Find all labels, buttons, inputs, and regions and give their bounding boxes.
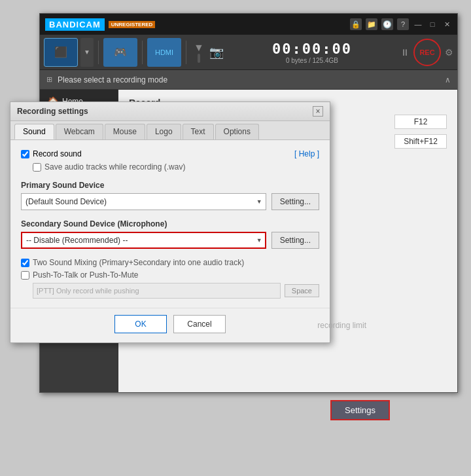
- primary-device-select-wrapper: (Default Sound Device) ▼: [21, 193, 266, 210]
- hotkey-shift: Shift+F12: [394, 134, 447, 149]
- screen-icon: ⬛: [54, 46, 67, 58]
- close-button[interactable]: ✕: [442, 19, 452, 29]
- timer-area: 00:00:00 0 bytes / 125.4GB: [226, 41, 398, 64]
- secondary-device-row: -- Disable (Recommended) -- ▼ Setting...: [21, 232, 319, 249]
- cancel-button[interactable]: Cancel: [173, 315, 226, 333]
- tab-text[interactable]: Text: [183, 124, 214, 139]
- recording-settings-dialog: Recording settings × Sound Webcam Mouse …: [10, 101, 330, 343]
- primary-device-row: (Default Sound Device) ▼ Setting...: [21, 193, 319, 210]
- two-sound-label: Two Sound Mixing (Primary+Secondary into…: [33, 258, 244, 267]
- tab-logo[interactable]: Logo: [147, 124, 181, 139]
- cog-icon[interactable]: ⚙: [445, 47, 453, 58]
- mode-bar: ⊞ Please select a recording mode ∧: [40, 70, 457, 90]
- file-size-display: 0 bytes / 125.4GB: [226, 57, 398, 64]
- two-sound-checkbox[interactable]: [21, 259, 29, 267]
- mic-level: [198, 54, 200, 63]
- title-bar: BANDICAM UNREGISTERED 🔒 📁 🕐 ? — □ ✕: [40, 14, 457, 35]
- save-audio-checkbox[interactable]: [33, 163, 41, 172]
- screen-dropdown[interactable]: ▼: [80, 38, 94, 67]
- two-sound-row: Two Sound Mixing (Primary+Secondary into…: [21, 258, 319, 267]
- ptt-select-wrapper: [PTT] Only record while pushing: [33, 283, 281, 299]
- title-bar-icons: 🔒 📁 🕐 ? — □ ✕: [350, 18, 452, 30]
- record-sound-left: Record sound: [21, 149, 82, 158]
- toolbar-divider: [98, 41, 99, 64]
- timer-display: 00:00:00: [226, 41, 398, 57]
- push-to-talk-row: Push-To-Talk or Push-To-Mute: [21, 270, 319, 280]
- push-to-talk-checkbox[interactable]: [21, 271, 29, 280]
- dialog-footer: OK Cancel: [10, 308, 330, 342]
- lock-icon[interactable]: 🔒: [350, 18, 362, 30]
- recording-limit-text: recording limit: [317, 321, 366, 330]
- tab-sound[interactable]: Sound: [14, 124, 54, 139]
- brand-logo: BANDICAM: [45, 18, 105, 31]
- gamepad-icon: 🎮: [114, 46, 127, 58]
- ptt-options-row: [PTT] Only record while pushing Space: [33, 283, 319, 299]
- webcam-icon: 📷: [209, 45, 224, 60]
- secondary-setting-button[interactable]: Setting...: [271, 232, 319, 249]
- primary-device-section: Primary Sound Device (Default Sound Devi…: [21, 181, 319, 210]
- record-sound-row: Record sound [ Help ]: [21, 149, 319, 158]
- minimize-button[interactable]: —: [413, 19, 423, 29]
- hdmi-icon: HDMI: [155, 48, 173, 56]
- mic-area: ▼: [194, 42, 204, 63]
- rec-button[interactable]: REC: [413, 39, 441, 66]
- tab-mouse[interactable]: Mouse: [105, 124, 145, 139]
- dialog-body: Record sound [ Help ] Save audio tracks …: [10, 140, 330, 308]
- secondary-device-select-wrapper: -- Disable (Recommended) -- ▼: [21, 232, 266, 249]
- mode-chevron-icon[interactable]: ∧: [445, 75, 451, 84]
- primary-setting-button[interactable]: Setting...: [271, 193, 319, 210]
- grid-icon: ⊞: [46, 75, 52, 84]
- help-icon[interactable]: ?: [397, 18, 409, 30]
- dialog-tabs: Sound Webcam Mouse Logo Text Options: [10, 121, 330, 140]
- settings-main-button[interactable]: Settings: [330, 400, 390, 420]
- unregistered-badge: UNREGISTERED: [109, 21, 156, 28]
- screen-record-button[interactable]: ⬛: [44, 38, 78, 67]
- record-sound-label: Record sound: [33, 149, 82, 158]
- tab-options[interactable]: Options: [215, 124, 259, 139]
- hotkey-f12: F12: [394, 115, 447, 129]
- device-record-button[interactable]: HDMI: [147, 38, 181, 67]
- maximize-button[interactable]: □: [427, 19, 438, 29]
- save-audio-row: Save audio tracks while recording (.wav): [33, 162, 319, 172]
- ptt-key-box: Space: [285, 284, 319, 297]
- toolbar-divider2: [142, 41, 143, 64]
- ptt-select[interactable]: [PTT] Only record while pushing: [33, 283, 281, 299]
- mic-icon: ▼: [194, 42, 204, 54]
- help-link[interactable]: [ Help ]: [294, 149, 319, 158]
- tab-webcam[interactable]: Webcam: [56, 124, 103, 139]
- dialog-title-bar: Recording settings ×: [10, 102, 330, 121]
- primary-device-label: Primary Sound Device: [21, 181, 319, 190]
- toolbar: ⬛ ▼ 🎮 HDMI ▼ 📷 00:00:00 0 bytes / 125.4G…: [40, 35, 457, 70]
- secondary-device-label: Secondary Sound Device (Microphone): [21, 219, 319, 229]
- dialog-title: Recording settings: [17, 107, 88, 116]
- rec-controls: ⏸ REC ⚙: [400, 39, 453, 66]
- toolbar-divider3: [186, 41, 186, 64]
- push-to-talk-label: Push-To-Talk or Push-To-Mute: [33, 270, 138, 280]
- save-audio-label: Save audio tracks while recording (.wav): [44, 162, 185, 172]
- folder-icon[interactable]: 📁: [366, 18, 377, 30]
- record-sound-checkbox[interactable]: [21, 150, 29, 158]
- clock-icon[interactable]: 🕐: [381, 18, 393, 30]
- webcam-area: 📷: [209, 45, 224, 60]
- mode-text: Please select a recording mode: [58, 75, 167, 84]
- primary-device-select[interactable]: (Default Sound Device): [21, 193, 266, 210]
- game-record-button[interactable]: 🎮: [103, 38, 137, 67]
- secondary-device-section: Secondary Sound Device (Microphone) -- D…: [21, 219, 319, 249]
- pause-button[interactable]: ⏸: [400, 47, 410, 58]
- ok-button[interactable]: OK: [114, 315, 167, 333]
- secondary-device-select[interactable]: -- Disable (Recommended) --: [21, 232, 266, 249]
- dialog-close-button[interactable]: ×: [313, 106, 323, 117]
